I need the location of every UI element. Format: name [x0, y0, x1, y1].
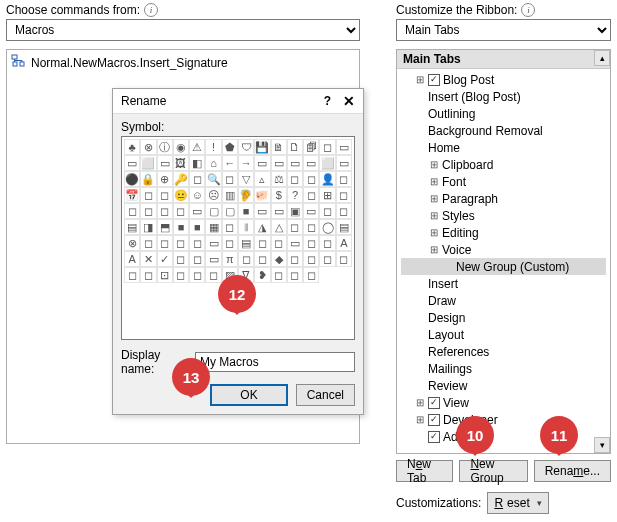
symbol-cell[interactable]: ⊕	[157, 171, 173, 187]
symbol-cell[interactable]: ▵	[254, 171, 270, 187]
tree-node[interactable]: Home	[401, 139, 606, 156]
symbol-cell[interactable]: ◻	[319, 203, 335, 219]
tree-node[interactable]: ⊞Editing	[401, 224, 606, 241]
symbol-cell[interactable]: ▭	[254, 155, 270, 171]
symbol-cell[interactable]: $	[271, 187, 287, 203]
symbol-cell[interactable]: ◻	[173, 267, 189, 283]
symbol-cell[interactable]: ?	[287, 187, 303, 203]
symbol-cell[interactable]: ▤	[124, 219, 140, 235]
expand-icon[interactable]: ⊞	[415, 74, 425, 85]
expand-icon[interactable]: ⊞	[415, 414, 425, 425]
close-icon[interactable]: ✕	[343, 93, 355, 109]
symbol-cell[interactable]: ⊗	[140, 139, 156, 155]
symbol-cell[interactable]: ✓	[157, 251, 173, 267]
symbol-cell[interactable]: →	[238, 155, 254, 171]
tree-node[interactable]: ⊞Paragraph	[401, 190, 606, 207]
scroll-up-button[interactable]: ▴	[594, 50, 610, 66]
symbol-cell[interactable]: ◻	[303, 171, 319, 187]
symbol-cell[interactable]: ⫴	[238, 219, 254, 235]
symbol-cell[interactable]: ◻	[173, 203, 189, 219]
symbol-cell[interactable]: 🛡	[238, 139, 254, 155]
symbol-cell[interactable]: ▤	[336, 219, 352, 235]
tree-node[interactable]: Design	[401, 309, 606, 326]
symbol-cell[interactable]: ◻	[319, 235, 335, 251]
symbol-cell[interactable]: ◮	[254, 219, 270, 235]
symbol-cell[interactable]: 🗎	[271, 139, 287, 155]
tree-node[interactable]: Draw	[401, 292, 606, 309]
symbol-cell[interactable]: ⚠	[189, 139, 205, 155]
symbol-cell[interactable]: ▭	[205, 251, 221, 267]
reset-dropdown[interactable]: Reset	[487, 492, 548, 514]
symbol-cell[interactable]: ←	[222, 155, 238, 171]
ribbon-tree[interactable]: ⊞Blog PostInsert (Blog Post)OutliningBac…	[397, 69, 610, 447]
symbol-cell[interactable]: ◻	[303, 235, 319, 251]
ok-button[interactable]: OK	[210, 384, 287, 406]
symbol-cell[interactable]: ⬜	[319, 155, 335, 171]
symbol-cell[interactable]: ◯	[319, 219, 335, 235]
symbol-cell[interactable]: ▭	[157, 155, 173, 171]
symbol-cell[interactable]: ■	[189, 219, 205, 235]
expand-icon[interactable]: ⊞	[429, 176, 439, 187]
symbol-cell[interactable]: ◻	[303, 219, 319, 235]
symbol-cell[interactable]: ▭	[336, 139, 352, 155]
tree-node[interactable]: ⊞Styles	[401, 207, 606, 224]
tree-node[interactable]: Insert	[401, 275, 606, 292]
symbol-cell[interactable]: ◻	[303, 187, 319, 203]
cancel-button[interactable]: Cancel	[296, 384, 355, 406]
symbol-cell[interactable]: ▤	[238, 235, 254, 251]
symbol-cell[interactable]: ◻	[303, 267, 319, 283]
symbol-cell[interactable]: ◻	[222, 235, 238, 251]
symbol-cell[interactable]: ⬟	[222, 139, 238, 155]
expand-icon[interactable]: ⊞	[429, 159, 439, 170]
expand-icon[interactable]: ⊞	[429, 193, 439, 204]
symbol-cell[interactable]: ◻	[124, 267, 140, 283]
symbol-cell[interactable]: ▭	[271, 203, 287, 219]
symbol-cell[interactable]: 📅	[124, 187, 140, 203]
choose-commands-select[interactable]: Macros	[6, 19, 360, 41]
symbol-cell[interactable]: ◻	[287, 251, 303, 267]
symbol-cell[interactable]: ⚖	[271, 171, 287, 187]
symbol-cell[interactable]: ▭	[287, 235, 303, 251]
symbol-cell[interactable]: ⬒	[157, 219, 173, 235]
new-tab-button[interactable]: New Tab	[396, 460, 453, 482]
symbol-cell[interactable]: ◻	[287, 267, 303, 283]
symbol-cell[interactable]: ◻	[238, 251, 254, 267]
symbol-cell[interactable]: ◻	[271, 235, 287, 251]
tree-node[interactable]: ⊞Voice	[401, 241, 606, 258]
tree-node[interactable]: Mailings	[401, 360, 606, 377]
symbol-cell[interactable]: 🔑	[173, 171, 189, 187]
expand-icon[interactable]: ⊞	[429, 210, 439, 221]
symbol-cell[interactable]: ◻	[124, 203, 140, 219]
symbol-cell[interactable]: ▢	[205, 203, 221, 219]
symbol-cell[interactable]: ◻	[336, 187, 352, 203]
symbol-cell[interactable]: ▭	[303, 203, 319, 219]
symbol-cell[interactable]: ▭	[254, 203, 270, 219]
tree-node[interactable]: ⊞Clipboard	[401, 156, 606, 173]
symbol-cell[interactable]: ◻	[140, 203, 156, 219]
tree-node[interactable]: New Group (Custom)	[401, 258, 606, 275]
symbol-cell[interactable]: ◻	[140, 267, 156, 283]
symbol-cell[interactable]: ◻	[319, 139, 335, 155]
symbol-cell[interactable]: A	[336, 235, 352, 251]
symbol-cell[interactable]: ▭	[303, 155, 319, 171]
symbol-cell[interactable]: !	[205, 139, 221, 155]
tree-node[interactable]: ⊞Font	[401, 173, 606, 190]
symbol-cell[interactable]: ▭	[205, 235, 221, 251]
symbol-cell[interactable]: ◻	[189, 171, 205, 187]
symbol-cell[interactable]: ❥	[254, 267, 270, 283]
checkbox-icon[interactable]	[428, 74, 440, 86]
symbol-cell[interactable]: ◻	[287, 219, 303, 235]
symbol-cell[interactable]: ◻	[173, 251, 189, 267]
symbol-cell[interactable]: ▥	[222, 187, 238, 203]
symbol-cell[interactable]: ◧	[189, 155, 205, 171]
symbol-cell[interactable]: ◻	[140, 235, 156, 251]
symbol-cell[interactable]: ▭	[124, 155, 140, 171]
symbol-cell[interactable]: ◆	[271, 251, 287, 267]
symbol-cell[interactable]: ◻	[157, 235, 173, 251]
symbol-cell[interactable]: 🗐	[303, 139, 319, 155]
display-name-input[interactable]	[195, 352, 355, 372]
symbol-cell[interactable]: 😐	[173, 187, 189, 203]
symbol-cell[interactable]: ▭	[189, 203, 205, 219]
symbol-cell[interactable]: ◻	[173, 235, 189, 251]
tree-node[interactable]: ⊞Blog Post	[401, 71, 606, 88]
